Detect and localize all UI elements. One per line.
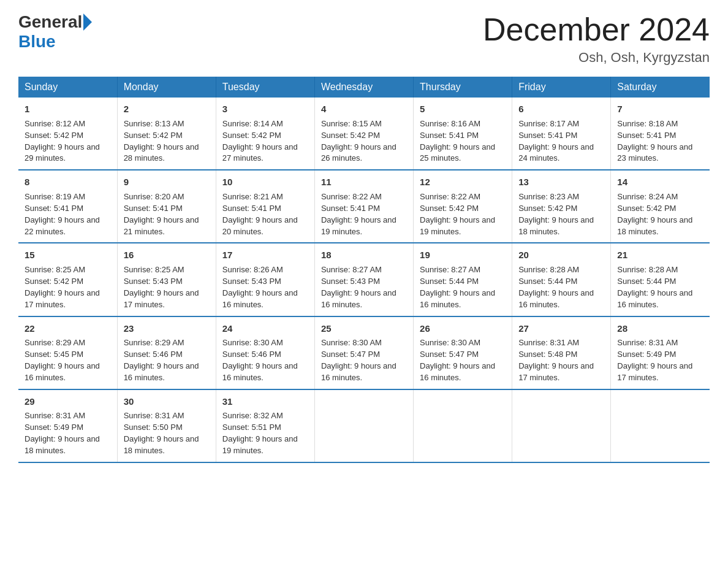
daylight-text: Daylight: 9 hours and 17 minutes. (617, 361, 692, 382)
table-row: 29Sunrise: 8:31 AMSunset: 5:49 PMDayligh… (18, 389, 117, 462)
sunset-text: Sunset: 5:41 PM (518, 131, 577, 140)
sunrise-text: Sunrise: 8:16 AM (420, 119, 480, 128)
day-number: 9 (124, 175, 210, 189)
day-number: 30 (124, 395, 210, 408)
sunrise-text: Sunrise: 8:22 AM (321, 192, 382, 201)
day-number: 28 (617, 322, 703, 335)
sunrise-text: Sunrise: 8:28 AM (518, 265, 579, 274)
sunrise-text: Sunrise: 8:14 AM (222, 119, 283, 128)
sunrise-text: Sunrise: 8:19 AM (25, 192, 85, 201)
sunset-text: Sunset: 5:42 PM (222, 131, 281, 140)
daylight-text: Daylight: 9 hours and 19 minutes. (222, 434, 298, 455)
daylight-text: Daylight: 9 hours and 17 minutes. (518, 361, 594, 382)
sunset-text: Sunset: 5:43 PM (321, 277, 380, 286)
table-row (611, 389, 710, 462)
day-number: 17 (222, 248, 308, 262)
calendar-week-row: 29Sunrise: 8:31 AMSunset: 5:49 PMDayligh… (18, 389, 710, 462)
sunset-text: Sunset: 5:46 PM (222, 350, 281, 359)
daylight-text: Daylight: 9 hours and 16 minutes. (222, 361, 298, 382)
sunrise-text: Sunrise: 8:20 AM (124, 192, 184, 201)
daylight-text: Daylight: 9 hours and 19 minutes. (420, 215, 495, 236)
logo-general-text: General (18, 12, 82, 32)
daylight-text: Daylight: 9 hours and 16 minutes. (420, 288, 495, 309)
sunset-text: Sunset: 5:43 PM (222, 277, 281, 286)
table-row: 15Sunrise: 8:25 AMSunset: 5:42 PMDayligh… (18, 243, 117, 316)
sunset-text: Sunset: 5:51 PM (222, 423, 281, 432)
sunset-text: Sunset: 5:41 PM (25, 204, 83, 213)
day-number: 24 (222, 322, 308, 335)
daylight-text: Daylight: 9 hours and 17 minutes. (124, 288, 199, 309)
sunset-text: Sunset: 5:47 PM (420, 350, 479, 359)
col-monday: Monday (117, 77, 216, 98)
sunset-text: Sunset: 5:45 PM (25, 350, 83, 359)
sunrise-text: Sunrise: 8:30 AM (321, 338, 382, 347)
table-row: 10Sunrise: 8:21 AMSunset: 5:41 PMDayligh… (216, 170, 314, 243)
sunrise-text: Sunrise: 8:27 AM (321, 265, 382, 274)
daylight-text: Daylight: 9 hours and 16 minutes. (518, 288, 594, 309)
table-row: 31Sunrise: 8:32 AMSunset: 5:51 PMDayligh… (216, 389, 314, 462)
sunrise-text: Sunrise: 8:31 AM (25, 411, 85, 420)
sunrise-text: Sunrise: 8:21 AM (222, 192, 283, 201)
daylight-text: Daylight: 9 hours and 16 minutes. (617, 288, 692, 309)
sunrise-text: Sunrise: 8:25 AM (124, 265, 184, 274)
table-row: 26Sunrise: 8:30 AMSunset: 5:47 PMDayligh… (414, 316, 512, 389)
daylight-text: Daylight: 9 hours and 29 minutes. (25, 142, 100, 163)
table-row: 9Sunrise: 8:20 AMSunset: 5:41 PMDaylight… (117, 170, 216, 243)
calendar-table: Sunday Monday Tuesday Wednesday Thursday… (18, 77, 710, 463)
table-row (414, 389, 512, 462)
sunrise-text: Sunrise: 8:29 AM (25, 338, 85, 347)
daylight-text: Daylight: 9 hours and 28 minutes. (124, 142, 199, 163)
table-row: 12Sunrise: 8:22 AMSunset: 5:42 PMDayligh… (414, 170, 512, 243)
table-row: 11Sunrise: 8:22 AMSunset: 5:41 PMDayligh… (314, 170, 413, 243)
day-number: 11 (321, 175, 407, 189)
sunset-text: Sunset: 5:42 PM (420, 204, 479, 213)
sunrise-text: Sunrise: 8:31 AM (518, 338, 579, 347)
calendar-week-row: 15Sunrise: 8:25 AMSunset: 5:42 PMDayligh… (18, 243, 710, 316)
daylight-text: Daylight: 9 hours and 21 minutes. (124, 215, 199, 236)
sunrise-text: Sunrise: 8:12 AM (25, 119, 85, 128)
day-number: 7 (617, 102, 703, 116)
sunset-text: Sunset: 5:42 PM (617, 204, 676, 213)
daylight-text: Daylight: 9 hours and 18 minutes. (25, 434, 100, 455)
daylight-text: Daylight: 9 hours and 22 minutes. (25, 215, 100, 236)
sunset-text: Sunset: 5:44 PM (617, 277, 676, 286)
col-friday: Friday (512, 77, 611, 98)
table-row: 6Sunrise: 8:17 AMSunset: 5:41 PMDaylight… (512, 98, 611, 170)
daylight-text: Daylight: 9 hours and 23 minutes. (617, 142, 692, 163)
day-number: 12 (420, 175, 506, 189)
table-row: 7Sunrise: 8:18 AMSunset: 5:41 PMDaylight… (611, 98, 710, 170)
sunset-text: Sunset: 5:41 PM (321, 204, 380, 213)
col-thursday: Thursday (414, 77, 512, 98)
table-row: 3Sunrise: 8:14 AMSunset: 5:42 PMDaylight… (216, 98, 314, 170)
sunset-text: Sunset: 5:41 PM (420, 131, 479, 140)
day-number: 6 (518, 102, 604, 116)
table-row: 30Sunrise: 8:31 AMSunset: 5:50 PMDayligh… (117, 389, 216, 462)
sunset-text: Sunset: 5:42 PM (25, 131, 83, 140)
sunrise-text: Sunrise: 8:28 AM (617, 265, 678, 274)
sunrise-text: Sunrise: 8:30 AM (420, 338, 480, 347)
sunset-text: Sunset: 5:48 PM (518, 350, 577, 359)
calendar-header-row: Sunday Monday Tuesday Wednesday Thursday… (18, 77, 710, 98)
day-number: 10 (222, 175, 308, 189)
sunrise-text: Sunrise: 8:29 AM (124, 338, 184, 347)
daylight-text: Daylight: 9 hours and 16 minutes. (321, 361, 396, 382)
table-row: 18Sunrise: 8:27 AMSunset: 5:43 PMDayligh… (314, 243, 413, 316)
table-row (314, 389, 413, 462)
calendar-week-row: 22Sunrise: 8:29 AMSunset: 5:45 PMDayligh… (18, 316, 710, 389)
day-number: 16 (124, 248, 210, 262)
table-row (512, 389, 611, 462)
sunset-text: Sunset: 5:49 PM (617, 350, 676, 359)
daylight-text: Daylight: 9 hours and 19 minutes. (321, 215, 396, 236)
table-row: 22Sunrise: 8:29 AMSunset: 5:45 PMDayligh… (18, 316, 117, 389)
sunrise-text: Sunrise: 8:32 AM (222, 411, 283, 420)
sunrise-text: Sunrise: 8:18 AM (617, 119, 678, 128)
sunset-text: Sunset: 5:50 PM (124, 423, 183, 432)
table-row: 14Sunrise: 8:24 AMSunset: 5:42 PMDayligh… (611, 170, 710, 243)
sunset-text: Sunset: 5:42 PM (124, 131, 183, 140)
sunset-text: Sunset: 5:42 PM (518, 204, 577, 213)
sunset-text: Sunset: 5:42 PM (25, 277, 83, 286)
logo: General Blue (18, 12, 93, 52)
table-row: 20Sunrise: 8:28 AMSunset: 5:44 PMDayligh… (512, 243, 611, 316)
table-row: 25Sunrise: 8:30 AMSunset: 5:47 PMDayligh… (314, 316, 413, 389)
daylight-text: Daylight: 9 hours and 16 minutes. (321, 288, 396, 309)
